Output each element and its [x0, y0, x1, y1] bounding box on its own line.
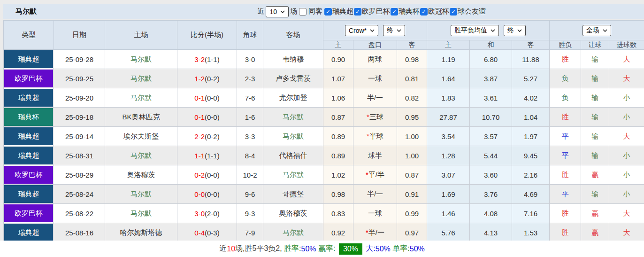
halftime-score: (0-2) [205, 75, 220, 83]
home-team: 马尔默 [105, 185, 177, 204]
league-filter-checkbox[interactable]: ✓ [324, 8, 332, 16]
avg-home-odds: 1.46 [427, 204, 470, 223]
match-date: 25-08-29 [54, 165, 105, 185]
win-rate-badge: 30% [339, 243, 362, 255]
league-badge: 瑞典超 [4, 89, 53, 107]
odds-home: 0.89 [323, 146, 353, 165]
corners: 9-6 [237, 185, 263, 204]
league-badge: 瑞典超 [4, 185, 53, 203]
table-row: 瑞典超 25-09-20 马尔默 0-1(0-0) 7-6 尤尔加登 1.06 … [4, 88, 644, 108]
league-filters: ✓瑞典超✓欧罗巴杯✓瑞典杯✓欧冠杯✓球会友谊 [324, 7, 486, 16]
league-filter-label: 欧冠杯 [428, 7, 449, 16]
chevron-down-icon [280, 10, 285, 13]
league-filter: ✓欧冠杯 [420, 7, 449, 16]
result-wdl: 胜 [550, 50, 581, 69]
subcol-odds-away: 客 [397, 40, 427, 50]
fulltime-score: 0-2 [194, 171, 205, 179]
home-team: 马尔默 [105, 69, 177, 88]
home-team: 哈尔姆斯塔德 [105, 223, 177, 242]
stats-panel: 马尔默 近 10 场 ✓ 同客 ✓瑞典超✓欧罗巴杯✓瑞典杯✓欧冠杯✓球会友谊 类… [3, 4, 644, 242]
star-icon: * [366, 171, 368, 179]
league-filter-checkbox[interactable]: ✓ [354, 8, 361, 16]
result-handicap: 赢 [581, 165, 609, 185]
result-goals: 小 [609, 88, 644, 108]
avg-home-odds: 5.76 [427, 223, 470, 242]
table-row: 瑞典超 25-09-14 埃尔夫斯堡 2-2(0-2) 3-3 马尔默 0.89… [4, 127, 644, 146]
footer-segment: 50% [376, 245, 391, 253]
table-row: 瑞典超 25-08-16 哈尔姆斯塔德 0-4(0-3) 7-9 马尔默 0.9… [4, 223, 644, 242]
halftime-score: (1-1) [205, 152, 220, 160]
league-filter: ✓欧罗巴杯 [353, 7, 390, 16]
avg-away-odds: 2.16 [512, 165, 550, 185]
footer-segment: 场,胜5平3负2, [235, 244, 284, 254]
avg-select[interactable]: 胜平负均值 [451, 25, 499, 36]
odds-away: 0.99 [397, 204, 427, 223]
fulltime-score: 0-1 [194, 94, 205, 102]
handicap: 半/一 [353, 88, 397, 108]
table-body: 瑞典超 25-09-28 马尔默 3-2(1-1) 3-0 韦纳穆 0.90 两… [4, 50, 644, 242]
avg-draw-odds: 4.08 [470, 204, 512, 223]
league-badge: 瑞典杯 [4, 108, 53, 126]
odds-away: 0.97 [397, 223, 427, 242]
handicap: *半球 [353, 127, 397, 146]
odds-time-select[interactable]: 终 [383, 25, 405, 36]
match-date: 25-09-28 [54, 50, 105, 69]
league-cell: 瑞典超 [4, 127, 54, 146]
league-filter-checkbox[interactable]: ✓ [450, 8, 457, 16]
scope-select[interactable]: 全场 [583, 25, 611, 36]
table-row: 瑞典杯 25-09-18 BK奥林匹克 0-1(0-0) 1-6 马尔默 0.8… [4, 108, 644, 127]
league-filter-checkbox[interactable]: ✓ [420, 8, 428, 16]
odds-home: 0.98 [323, 185, 353, 204]
subcol-avg-away: 客 [512, 40, 550, 50]
same-venue-checkbox[interactable]: ✓ [299, 8, 307, 16]
league-cell: 瑞典超 [4, 50, 54, 69]
match-score: 2-2(0-2) [177, 127, 237, 146]
match-date: 25-09-20 [54, 88, 105, 108]
filter-controls: 近 10 场 ✓ 同客 ✓瑞典超✓欧罗巴杯✓瑞典杯✓欧冠杯✓球会友谊 [257, 6, 486, 17]
avg-away-odds: 5.27 [512, 69, 550, 88]
recent-count-select[interactable]: 10 [266, 6, 289, 17]
away-team: 代格福什 [263, 146, 323, 165]
league-filter-label: 瑞典超 [332, 7, 353, 16]
halftime-score: (0-0) [205, 113, 220, 121]
result-wdl: 平 [550, 185, 581, 204]
chevron-down-icon [491, 29, 495, 32]
corners: 2-3 [237, 69, 263, 88]
table-row: 欧罗巴杯 25-08-22 马尔默 3-0(2-0) 9-3 奥洛穆茨 0.83… [4, 204, 644, 223]
result-handicap: 输 [581, 50, 609, 69]
league-filter-label: 球会友谊 [458, 7, 486, 16]
match-score: 3-2(1-1) [177, 50, 237, 69]
col-date: 日期 [54, 21, 105, 50]
avg-draw-odds: 3.87 [470, 69, 512, 88]
avg-time-select[interactable]: 终 [504, 25, 526, 36]
league-badge: 欧罗巴杯 [4, 204, 53, 222]
result-goals: 大 [609, 223, 644, 242]
result-handicap: 赢 [581, 204, 609, 223]
corners: 7-6 [237, 88, 263, 108]
halftime-score: (0-0) [205, 171, 220, 179]
bookmaker-select[interactable]: Crow* [345, 25, 378, 36]
league-badge: 欧罗巴杯 [4, 166, 53, 184]
odds-home: 0.92 [323, 223, 353, 242]
fulltime-score: 1-1 [194, 152, 205, 160]
result-goals: 大 [609, 127, 644, 146]
league-filter-checkbox[interactable]: ✓ [391, 8, 398, 16]
league-cell: 瑞典杯 [4, 108, 54, 127]
star-icon: * [366, 228, 368, 236]
avg-home-odds: 1.83 [427, 88, 470, 108]
match-date: 25-09-14 [54, 127, 105, 146]
corners: 9-3 [237, 204, 263, 223]
footer-segment: 胜率: [284, 244, 301, 254]
table-row: 瑞典超 25-08-24 马尔默 0-0(0-0) 9-6 哥德堡 0.98 半… [4, 185, 644, 204]
league-cell: 瑞典超 [4, 146, 54, 165]
match-score: 0-1(0-0) [177, 88, 237, 108]
result-handicap: 赢 [581, 223, 609, 242]
footer-segment: 近 [219, 244, 227, 254]
odds-home: 1.07 [323, 69, 353, 88]
corners: 3-0 [237, 50, 263, 69]
bookmaker-header: Crow* 终 [323, 21, 427, 40]
result-wdl: 负 [550, 69, 581, 88]
match-score: 0-4(0-3) [177, 223, 237, 242]
result-goals: 小 [609, 185, 644, 204]
team-title: 马尔默 [15, 7, 37, 16]
